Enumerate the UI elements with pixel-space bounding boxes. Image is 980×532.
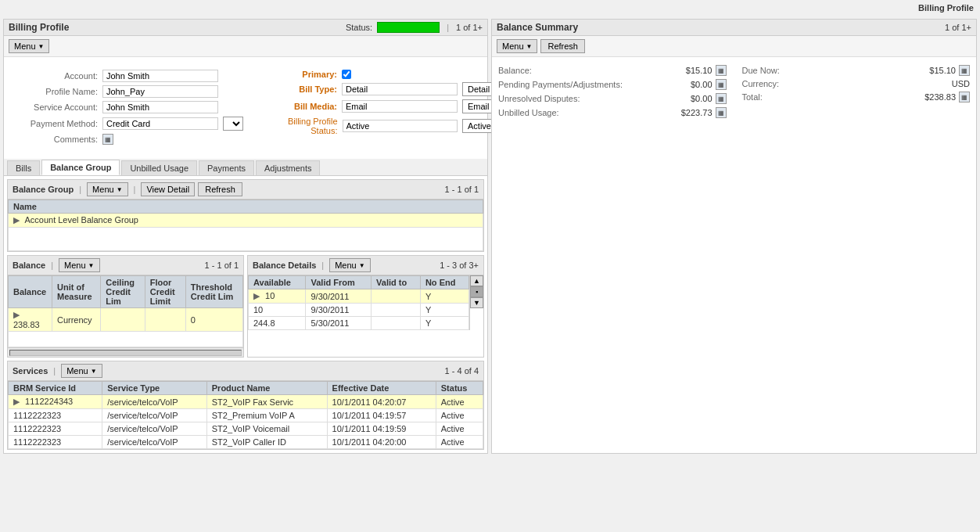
balance-title: Balance xyxy=(13,261,45,270)
balance-hscroll[interactable] xyxy=(8,347,243,357)
tab-bills[interactable]: Bills xyxy=(7,160,40,175)
table-row-empty xyxy=(9,228,483,251)
balance-summary-title: Balance Summary xyxy=(497,22,578,33)
due-now-calendar-icon[interactable]: ▦ xyxy=(959,65,970,76)
balance-summary-right: Due Now: $15.10 ▦ Currency: USD Total: xyxy=(742,63,971,120)
profile-name-label: Profile Name: xyxy=(20,87,98,96)
balance-group-menu-button[interactable]: Menu xyxy=(87,182,127,196)
expand-icon[interactable]: ▶ xyxy=(253,291,260,300)
table-row[interactable]: 10 9/30/2011 Y xyxy=(249,304,469,317)
balance-field-value: $15.10 ▦ xyxy=(686,65,727,76)
balance-summary-refresh-button[interactable]: Refresh xyxy=(540,39,585,53)
table-row[interactable]: 1112222323 /service/telco/VoIP ST2_VoIP … xyxy=(9,422,483,436)
balance-details-count: 1 - 3 of 3+ xyxy=(440,261,479,270)
balance-group-header-row: Name xyxy=(9,200,483,214)
service-account-input[interactable] xyxy=(102,101,218,113)
balance-group-title: Balance Group xyxy=(13,185,74,194)
balance-summary-count: 1 of 1+ xyxy=(945,23,971,32)
status-indicator xyxy=(377,22,440,33)
balance-field-label: Balance: xyxy=(498,66,532,75)
billing-profile-page-count: 1 of 1+ xyxy=(456,23,483,32)
expand-arrow-icon[interactable]: ▶ xyxy=(13,215,20,225)
services-table: BRM Service Id Service Type Product Name… xyxy=(8,381,483,449)
table-row[interactable]: ▶ 10 9/30/2011 Y xyxy=(249,289,469,304)
col-valid-to: Valid to xyxy=(372,276,421,289)
billing-profile-menu-button[interactable]: Menu xyxy=(9,39,49,53)
col-unit: Unit of Measure xyxy=(52,276,100,308)
bill-media-input[interactable] xyxy=(342,100,458,113)
bill-type-input[interactable] xyxy=(342,83,458,95)
services-title: Services xyxy=(13,366,48,376)
table-row[interactable]: ▶ 1112224343 /service/telco/VoIP ST2_VoI… xyxy=(9,395,483,409)
unit-cell: Currency xyxy=(52,308,100,332)
billing-profile-panel: Billing Profile Status: | 1 of 1+ Menu A… xyxy=(3,19,488,454)
balance-summary-menu-button[interactable]: Menu xyxy=(497,39,537,53)
pending-row: Pending Payments/Adjustments: $0.00 ▦ xyxy=(498,77,727,92)
table-row[interactable]: ▶ 238.83 Currency 0 xyxy=(9,308,243,332)
bill-type-row: Bill Type: Detail xyxy=(259,81,506,98)
balance-details-header: Balance Details | Menu 1 - 3 of 3+ xyxy=(248,256,483,275)
balance-group-refresh-button[interactable]: Refresh xyxy=(198,182,242,196)
status-label: Status: xyxy=(346,23,372,32)
hscroll-track[interactable] xyxy=(9,350,242,356)
table-row[interactable]: 1112222323 /service/telco/VoIP ST2_Premi… xyxy=(9,409,483,422)
threshold-cell: 0 xyxy=(185,308,242,332)
billing-profile-title: Billing Profile xyxy=(9,22,69,33)
comments-calendar-icon[interactable]: ▦ xyxy=(102,134,113,145)
services-section: Services | Menu 1 - 4 of 4 BRM Service I… xyxy=(7,361,484,450)
tab-payments[interactable]: Payments xyxy=(199,160,254,175)
unresolved-row: Unresolved Disputes: $0.00 ▦ xyxy=(498,92,727,106)
due-now-label: Due Now: xyxy=(742,66,780,75)
table-row[interactable]: ▶ Account Level Balance Group xyxy=(9,214,483,228)
tab-adjustments[interactable]: Adjustments xyxy=(256,160,321,175)
balance-details-menu-button[interactable]: Menu xyxy=(329,258,370,272)
balance-summary-toolbar: Menu Refresh xyxy=(492,36,976,57)
unresolved-calendar-icon[interactable]: ▦ xyxy=(716,93,727,104)
unbilled-label: Unbilled Usage: xyxy=(498,108,559,117)
services-menu-button[interactable]: Menu xyxy=(61,364,102,378)
unbilled-calendar-icon[interactable]: ▦ xyxy=(716,107,727,118)
balance-summary-grid: Balance: $15.10 ▦ Pending Payments/Adjus… xyxy=(498,63,970,120)
payment-method-label: Payment Method: xyxy=(20,119,98,128)
payment-method-select[interactable] xyxy=(223,117,243,131)
balance-summary-panel: Balance Summary 1 of 1+ Menu Refresh Bal… xyxy=(491,19,977,454)
billing-profile-status-input[interactable] xyxy=(343,120,458,132)
table-row[interactable]: 244.8 5/30/2011 Y xyxy=(249,317,469,330)
pending-calendar-icon[interactable]: ▦ xyxy=(716,79,727,90)
services-header-row: BRM Service Id Service Type Product Name… xyxy=(9,382,483,395)
profile-name-row: Profile Name: xyxy=(20,84,243,99)
table-row[interactable]: 1112222323 /service/telco/VoIP ST2_VoIP … xyxy=(9,436,483,449)
view-detail-button[interactable]: View Detail xyxy=(141,182,195,196)
account-input[interactable] xyxy=(102,70,218,82)
balance-details-scrollbar[interactable]: ▲ ▪ ▼ xyxy=(469,275,483,330)
balance-calendar-icon[interactable]: ▦ xyxy=(716,65,727,76)
billing-profile-status-label: Billing Profile Status: xyxy=(259,117,338,135)
account-label: Account: xyxy=(20,71,98,81)
tab-unbilled-usage[interactable]: Unbilled Usage xyxy=(121,160,197,175)
billing-profile-status-row: Billing Profile Status: Active xyxy=(259,115,506,137)
expand-icon[interactable]: ▶ xyxy=(13,397,20,406)
primary-checkbox[interactable] xyxy=(342,70,351,79)
page-title: Billing Profile xyxy=(0,0,980,16)
profile-name-input[interactable] xyxy=(102,85,218,98)
payment-method-row: Payment Method: xyxy=(20,115,243,132)
expand-icon[interactable]: ▶ xyxy=(13,310,20,319)
billing-profile-form: Account: Profile Name: Service Account: … xyxy=(4,57,487,157)
col-effective-date: Effective Date xyxy=(327,382,436,395)
col-balance: Balance xyxy=(9,276,52,308)
total-row: Total: $238.83 ▦ xyxy=(742,90,971,104)
total-calendar-icon[interactable]: ▦ xyxy=(959,92,970,102)
service-account-row: Service Account: xyxy=(20,99,243,115)
table-row-empty xyxy=(9,332,243,347)
due-now-row: Due Now: $15.10 ▦ xyxy=(742,63,971,77)
pending-label: Pending Payments/Adjustments: xyxy=(498,80,623,89)
payment-method-input[interactable] xyxy=(102,117,218,130)
service-account-label: Service Account: xyxy=(20,102,98,112)
balance-menu-button[interactable]: Menu xyxy=(59,258,99,272)
bill-type-label: Bill Type: xyxy=(259,84,337,94)
scroll-up-button[interactable]: ▲ xyxy=(470,275,483,286)
balance-table: Balance Unit of Measure Ceiling Credit L… xyxy=(8,275,243,347)
tab-balance-group[interactable]: Balance Group xyxy=(41,160,120,175)
scroll-down-button[interactable]: ▼ xyxy=(470,297,483,308)
scroll-mid-button[interactable]: ▪ xyxy=(470,286,483,297)
